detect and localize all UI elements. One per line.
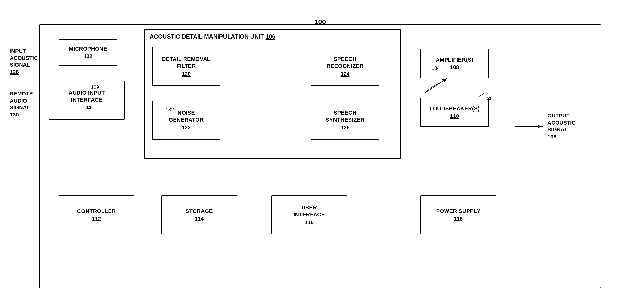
output-acoustic-num: 138	[548, 133, 634, 140]
detail-removal-num: 120	[182, 71, 191, 77]
amplifier-box: AMPLIFIER(S) 108	[420, 49, 489, 78]
microphone-box: MICROPHONE 102	[59, 39, 117, 66]
output-acoustic-label: OUTPUTACOUSTICSIGNAL 138	[548, 112, 634, 140]
input-acoustic-title: INPUTACOUSTICSIGNAL	[10, 48, 38, 68]
power-supply-box: POWER SUPPLY 118	[420, 195, 496, 234]
speech-synthesizer-title: SPEECHSYNTHESIZER	[326, 109, 365, 123]
storage-title: STORAGE	[186, 208, 213, 215]
detail-removal-box: DETAIL REMOVALFILTER 120	[152, 47, 220, 86]
controller-title: CONTROLLER	[77, 208, 116, 215]
controller-num: 112	[92, 216, 101, 222]
speech-synthesizer-num: 126	[341, 125, 350, 131]
admu-label: ACOUSTIC DETAIL MANIPULATION UNIT 106	[150, 33, 276, 40]
wire-136: 136	[484, 96, 492, 101]
outer-box-label: 100	[314, 18, 326, 26]
detail-removal-title: DETAIL REMOVALFILTER	[162, 56, 211, 70]
user-interface-box: USERINTERFACE 116	[271, 195, 347, 234]
storage-num: 114	[195, 216, 204, 222]
microphone-title: MICROPHONE	[69, 45, 107, 52]
noise-generator-box: NOISEGENERATOR 122	[152, 101, 220, 140]
speech-recognizer-title: SPEECHRECOGNIZER	[326, 56, 364, 70]
loudspeaker-box: LOUDSPEAKER(S) 110	[420, 98, 489, 127]
remote-audio-title: REMOTEAUDIOSIGNAL	[10, 91, 33, 111]
input-acoustic-label: INPUTACOUSTICSIGNAL 128	[10, 48, 38, 75]
noise-generator-title: NOISEGENERATOR	[169, 109, 204, 123]
speech-synthesizer-box: SPEECHSYNTHESIZER 126	[311, 101, 379, 140]
wire-132: 132	[166, 107, 174, 113]
power-supply-num: 118	[454, 216, 463, 222]
output-acoustic-title: OUTPUTACOUSTICSIGNAL	[548, 113, 576, 133]
input-acoustic-num: 128	[10, 69, 38, 76]
amplifier-title: AMPLIFIER(S)	[436, 56, 474, 63]
wire-129: 129	[91, 84, 99, 90]
admu-box: ACOUSTIC DETAIL MANIPULATION UNIT 106 DE…	[144, 29, 401, 159]
wire-134: 134	[432, 65, 440, 71]
audio-input-num: 104	[82, 104, 92, 111]
speech-recognizer-box: SPEECHRECOGNIZER 124	[311, 47, 379, 86]
microphone-num: 102	[84, 53, 93, 60]
speech-recognizer-num: 124	[341, 71, 350, 77]
loudspeaker-num: 110	[450, 113, 459, 119]
noise-generator-num: 122	[182, 125, 191, 131]
diagram: 100 INPUTACOUSTICSIGNAL 128 REMOTEAUDIOS…	[10, 10, 634, 298]
audio-input-box: AUDIO INPUTINTERFACE 104	[49, 81, 125, 120]
controller-box: CONTROLLER 112	[59, 195, 134, 234]
storage-box: STORAGE 114	[161, 195, 237, 234]
admu-num: 106	[266, 33, 276, 40]
power-supply-title: POWER SUPPLY	[436, 208, 480, 215]
amplifier-num: 108	[450, 64, 459, 71]
audio-input-title: AUDIO INPUTINTERFACE	[69, 89, 105, 103]
remote-audio-label: REMOTEAUDIOSIGNAL 130	[10, 90, 33, 118]
user-interface-title: USERINTERFACE	[293, 204, 325, 218]
user-interface-num: 116	[305, 219, 314, 226]
loudspeaker-title: LOUDSPEAKER(S)	[430, 105, 480, 112]
remote-audio-num: 130	[10, 111, 33, 118]
